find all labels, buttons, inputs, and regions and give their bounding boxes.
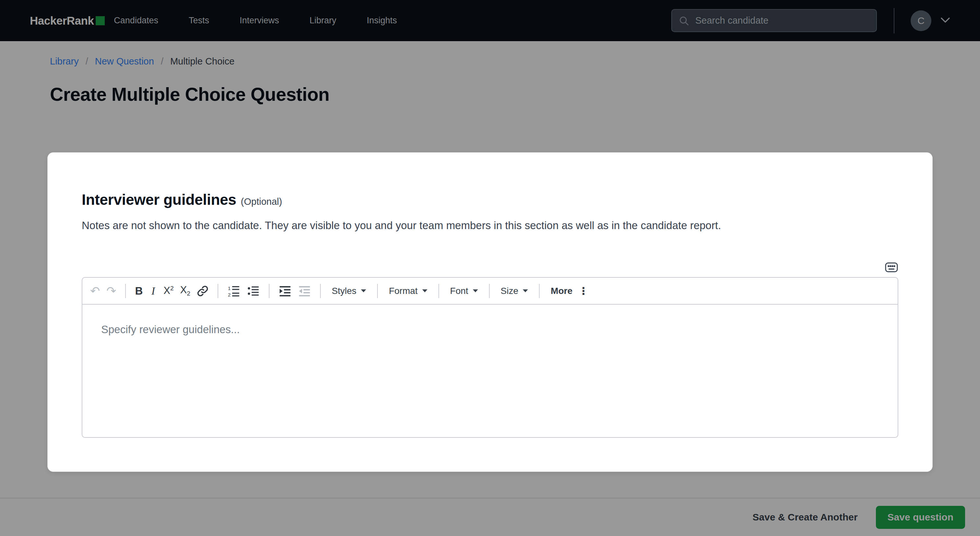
breadcrumb: Library / New Question / Multiple Choice bbox=[50, 56, 933, 67]
outdent-button[interactable] bbox=[295, 283, 314, 299]
card-description: Notes are not shown to the candidate. Th… bbox=[82, 219, 898, 232]
page-title: Create Multiple Choice Question bbox=[50, 84, 933, 105]
primary-nav: Candidates Tests Interviews Library Insi… bbox=[114, 16, 397, 25]
keyboard-icon bbox=[885, 262, 898, 273]
brand-text: HackerRank bbox=[30, 14, 94, 27]
candidate-search-box[interactable] bbox=[671, 9, 877, 32]
breadcrumb-current: Multiple Choice bbox=[170, 56, 234, 67]
more-button[interactable]: More ⋮ bbox=[546, 283, 594, 299]
toolbar-separator bbox=[438, 284, 439, 298]
toolbar-separator bbox=[125, 284, 126, 298]
rich-text-editor: ↶ ↷ B I X2 X2 bbox=[82, 277, 898, 438]
nav-item-interviews[interactable]: Interviews bbox=[240, 16, 279, 25]
link-icon bbox=[197, 285, 208, 297]
nav-item-insights[interactable]: Insights bbox=[367, 16, 397, 25]
optional-label: (Optional) bbox=[241, 197, 282, 207]
redo-button[interactable]: ↷ bbox=[103, 283, 119, 299]
save-and-create-another-button[interactable]: Save & Create Another bbox=[752, 512, 858, 523]
search-icon bbox=[678, 15, 689, 26]
more-label: More bbox=[550, 286, 573, 296]
breadcrumb-new-question[interactable]: New Question bbox=[95, 56, 154, 67]
main-content: Library / New Question / Multiple Choice… bbox=[0, 41, 980, 498]
kebab-menu-icon: ⋮ bbox=[578, 285, 589, 297]
bulleted-list-icon bbox=[247, 284, 260, 298]
footer-action-bar: Save & Create Another Save question bbox=[0, 498, 980, 536]
save-question-button[interactable]: Save question bbox=[876, 506, 965, 529]
card-header: Interviewer guidelines (Optional) bbox=[82, 191, 898, 208]
card-heading: Interviewer guidelines bbox=[82, 191, 236, 208]
editor-accessory-row bbox=[82, 262, 898, 274]
app: HackerRank Candidates Tests Interviews L… bbox=[0, 0, 980, 536]
avatar-initial: C bbox=[917, 15, 924, 26]
svg-text:1: 1 bbox=[228, 285, 231, 291]
size-dropdown[interactable]: Size bbox=[495, 283, 533, 299]
bold-icon: B bbox=[135, 285, 143, 297]
superscript-icon: X2 bbox=[164, 285, 173, 297]
subscript-icon: X2 bbox=[180, 284, 190, 297]
italic-icon: I bbox=[151, 285, 155, 297]
nav-item-tests[interactable]: Tests bbox=[189, 16, 209, 25]
editor-toolbar: ↶ ↷ B I X2 X2 bbox=[83, 278, 897, 304]
toolbar-separator bbox=[377, 284, 378, 298]
numbered-list-icon: 1 2 bbox=[228, 284, 240, 298]
indent-icon bbox=[278, 284, 291, 298]
keyboard-shortcuts-button[interactable] bbox=[885, 262, 898, 274]
caret-down-icon bbox=[473, 289, 478, 292]
avatar[interactable]: C bbox=[911, 10, 931, 31]
avatar-menu-toggle[interactable] bbox=[940, 17, 950, 24]
search-input[interactable] bbox=[695, 15, 870, 26]
caret-down-icon bbox=[361, 289, 366, 292]
bulleted-list-button[interactable] bbox=[243, 283, 263, 299]
nav-item-library[interactable]: Library bbox=[310, 16, 337, 25]
subscript-button[interactable]: X2 bbox=[177, 283, 194, 299]
italic-button[interactable]: I bbox=[146, 283, 160, 299]
size-label: Size bbox=[501, 286, 518, 296]
breadcrumb-separator: / bbox=[86, 56, 88, 67]
numbered-list-button[interactable]: 1 2 bbox=[224, 283, 243, 299]
toolbar-separator bbox=[539, 284, 539, 298]
chevron-down-icon bbox=[940, 17, 950, 23]
breadcrumb-separator: / bbox=[161, 56, 164, 67]
hackerrank-logo[interactable]: HackerRank bbox=[30, 14, 105, 27]
top-navbar: HackerRank Candidates Tests Interviews L… bbox=[0, 0, 980, 41]
editor-placeholder: Specify reviewer guidelines... bbox=[101, 324, 879, 336]
format-dropdown[interactable]: Format bbox=[383, 283, 433, 299]
undo-icon: ↶ bbox=[90, 285, 100, 297]
interviewer-guidelines-card: Interviewer guidelines (Optional) Notes … bbox=[47, 152, 933, 472]
styles-dropdown[interactable]: Styles bbox=[326, 283, 371, 299]
editor-content-area[interactable]: Specify reviewer guidelines... bbox=[83, 304, 897, 437]
redo-icon: ↷ bbox=[107, 285, 116, 297]
caret-down-icon bbox=[422, 289, 427, 292]
navbar-right-group: C bbox=[671, 8, 950, 33]
indent-button[interactable] bbox=[275, 283, 295, 299]
toolbar-separator bbox=[320, 284, 321, 298]
undo-button[interactable]: ↶ bbox=[87, 283, 103, 299]
font-dropdown[interactable]: Font bbox=[445, 283, 483, 299]
font-label: Font bbox=[450, 286, 468, 296]
outdent-icon bbox=[298, 284, 311, 298]
caret-down-icon bbox=[523, 289, 528, 292]
brand-green-square-icon bbox=[95, 16, 105, 25]
nav-item-candidates[interactable]: Candidates bbox=[114, 16, 158, 25]
superscript-button[interactable]: X2 bbox=[160, 283, 177, 299]
format-label: Format bbox=[389, 286, 418, 296]
toolbar-separator bbox=[218, 284, 218, 298]
link-button[interactable] bbox=[194, 283, 212, 299]
breadcrumb-library[interactable]: Library bbox=[50, 56, 79, 67]
bold-button[interactable]: B bbox=[132, 283, 146, 299]
svg-text:2: 2 bbox=[228, 292, 231, 297]
styles-label: Styles bbox=[332, 286, 356, 296]
toolbar-separator bbox=[489, 284, 490, 298]
nav-divider bbox=[894, 8, 894, 33]
toolbar-separator bbox=[269, 284, 269, 298]
